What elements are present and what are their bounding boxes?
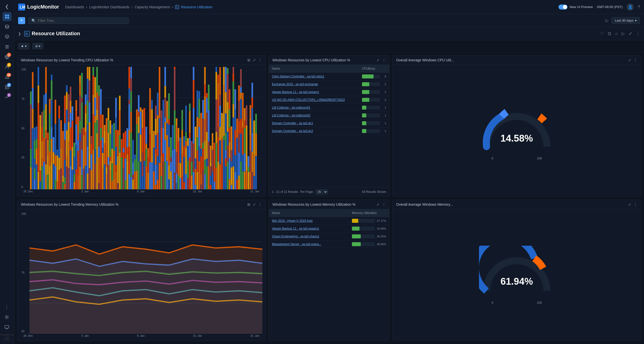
svg-rect-442 xyxy=(189,111,190,133)
svg-rect-120 xyxy=(66,166,67,184)
search-input[interactable] xyxy=(38,19,126,23)
more-icon[interactable]: ⋮ xyxy=(2,303,11,312)
breadcrumb-capacity[interactable]: Capacity Management xyxy=(135,5,170,9)
sidebar-item-list[interactable] xyxy=(3,42,12,51)
mem-row-name[interactable]: Management Server - se-la3-mana... xyxy=(269,240,349,248)
svg-rect-480 xyxy=(204,175,206,189)
cpu-row-name[interactable]: Domain Controller - se-la3-dc1 xyxy=(269,119,359,127)
cpu-row-name[interactable]: LM Collector - sd-collector02 xyxy=(269,112,359,119)
fullscreen-icon[interactable]: ⤢ xyxy=(629,31,632,36)
nav-toggle-icon[interactable]: ❮ xyxy=(3,2,12,11)
svg-rect-82 xyxy=(51,139,52,163)
breadcrumb-dashboards[interactable]: Dashboards xyxy=(65,5,84,9)
cpu-row-name[interactable]: LM Collector - sd-collector01 xyxy=(269,104,359,112)
svg-rect-443 xyxy=(189,104,190,111)
mem-trend-pin-icon[interactable]: ⊞ xyxy=(247,202,250,206)
cpu-table-expand-icon[interactable]: ⤢ xyxy=(377,58,380,62)
user-avatar[interactable]: 👤 xyxy=(627,4,634,11)
per-page-select[interactable]: 25 50 100 xyxy=(315,189,328,194)
mem-row-name[interactable]: Chaos Engineering - se-la3-chaos1 xyxy=(269,233,349,240)
svg-rect-351 xyxy=(155,149,156,154)
svg-rect-513 xyxy=(216,99,217,122)
sidebar-item-logs[interactable]: 0 xyxy=(3,82,12,92)
star-button[interactable]: ★ ▾ xyxy=(18,43,29,49)
sidebar-item-people[interactable]: 5 xyxy=(3,62,12,71)
mem-col-name-header[interactable]: Name xyxy=(269,209,349,217)
mem-gauge-expand-icon[interactable]: ⤢ xyxy=(628,202,631,206)
add-button[interactable]: + xyxy=(18,17,25,24)
cpu-row-name[interactable]: Domain Controller - se-la3-dc2 xyxy=(269,127,359,135)
play-dash-icon[interactable]: ▷ xyxy=(622,31,625,36)
sidebar-item-layers[interactable] xyxy=(3,32,12,41)
badge-0-blue: 0 xyxy=(7,83,11,87)
cpu-gauge-more-icon[interactable]: ⋮ xyxy=(634,58,637,62)
mem-gauge-more-icon[interactable]: ⋮ xyxy=(634,202,637,206)
sidebar-item-metrics[interactable]: 0 xyxy=(3,93,12,102)
svg-rect-247 xyxy=(109,157,111,161)
col-cpu-header[interactable]: CPUBusy xyxy=(359,65,389,73)
svg-rect-181 xyxy=(87,79,88,101)
svg-rect-526 xyxy=(219,95,221,106)
svg-rect-597 xyxy=(242,93,244,121)
svg-rect-330 xyxy=(145,144,147,149)
svg-rect-501 xyxy=(210,162,211,166)
svg-rect-277 xyxy=(123,133,124,148)
svg-rect-185 xyxy=(89,150,90,168)
cpu-trend-expand-icon[interactable]: ⤢ xyxy=(253,58,256,62)
svg-rect-241 xyxy=(108,157,109,165)
edit-icon[interactable]: ⊡ xyxy=(608,31,611,36)
monitor-icon[interactable] xyxy=(2,323,11,332)
mem-col-mem-header[interactable]: Memory Utilization xyxy=(349,209,389,217)
mem-trend-more-icon[interactable]: ⋮ xyxy=(258,202,262,206)
cpu-row-name[interactable]: Veeam Backup 11 - se-la3-veeam1 xyxy=(269,88,359,96)
svg-rect-52 xyxy=(39,147,41,170)
new-ui-toggle[interactable]: New UI Preview xyxy=(558,5,593,10)
mem-row-name[interactable]: Veeam Backup 11 - se-la3-veeam1 xyxy=(269,225,349,233)
share-icon[interactable]: ⌂ xyxy=(615,31,618,36)
svg-rect-219 xyxy=(98,96,100,119)
svg-rect-244 xyxy=(108,108,109,120)
svg-rect-81 xyxy=(51,163,52,189)
cpu-gauge-expand-icon[interactable]: ⤢ xyxy=(628,58,631,62)
sidebar-item-alerts[interactable]: 43 xyxy=(3,72,12,81)
svg-rect-132 xyxy=(70,127,71,151)
mem-trend-expand-icon[interactable]: ⤢ xyxy=(253,202,256,206)
svg-rect-55 xyxy=(41,166,43,189)
mem-table-scroll[interactable]: Name Memory Utilization Win 2019 - Hyper… xyxy=(269,209,389,341)
sidebar-item-database[interactable] xyxy=(3,22,12,31)
svg-rect-376 xyxy=(165,140,166,162)
mem-row-name[interactable]: Win 2019 - Hyper-V 2019 host xyxy=(269,217,349,225)
cpu-table-more-icon[interactable]: ⋮ xyxy=(382,58,386,62)
cpu-trend-more-icon[interactable]: ⋮ xyxy=(258,58,262,62)
filter-button[interactable]: ⊘ ▾ xyxy=(32,43,44,49)
mem-table-more-icon[interactable]: ⋮ xyxy=(382,202,386,206)
svg-rect-430 xyxy=(185,148,187,174)
svg-rect-217 xyxy=(98,147,100,158)
collapse-sidebar-button[interactable]: ❯ xyxy=(18,32,21,36)
cpu-trend-pin-icon[interactable]: ⊞ xyxy=(247,58,250,62)
svg-rect-460 xyxy=(196,137,198,151)
sidebar-item-apps[interactable] xyxy=(3,12,12,21)
svg-rect-444 xyxy=(191,176,192,189)
mem-table-expand-icon[interactable]: ⤢ xyxy=(377,202,380,206)
breadcrumb-lm-dashboards[interactable]: LogicMonitor Dashboards xyxy=(89,5,130,9)
cpu-table-scroll[interactable]: Name CPUBusy Citrix Delivery Controller … xyxy=(269,65,389,187)
svg-rect-378 xyxy=(165,117,166,122)
cpu-row-name[interactable]: Exchange 2016 - se-la3-exchange xyxy=(269,80,359,88)
svg-rect-527 xyxy=(219,67,221,95)
table-row: Chaos Engineering - se-la3-chaos1 38.25% xyxy=(269,233,389,240)
cpu-row-name[interactable]: US-W2:SD-AWS-COLLECTOR1_i-05fa91ff82977d… xyxy=(269,96,359,104)
favorite-icon[interactable]: ♡ xyxy=(600,31,604,36)
date-range-button[interactable]: Last 30 days ▾ xyxy=(612,17,640,24)
more-dash-icon[interactable]: ⋮ xyxy=(636,31,640,36)
sidebar-item-globe[interactable]: 2 xyxy=(3,52,12,61)
col-name-header[interactable]: Name xyxy=(269,65,359,73)
svg-rect-227 xyxy=(102,153,103,168)
svg-rect-107 xyxy=(60,148,62,168)
cpu-row-name[interactable]: Citrix Delivery Controller - se-la3-citr… xyxy=(269,73,359,80)
svg-rect-34 xyxy=(34,168,35,179)
settings-icon[interactable] xyxy=(2,313,11,322)
play-icon[interactable]: ▷ xyxy=(606,18,609,23)
svg-rect-525 xyxy=(219,105,221,127)
help-icon[interactable]: ? xyxy=(638,5,640,9)
